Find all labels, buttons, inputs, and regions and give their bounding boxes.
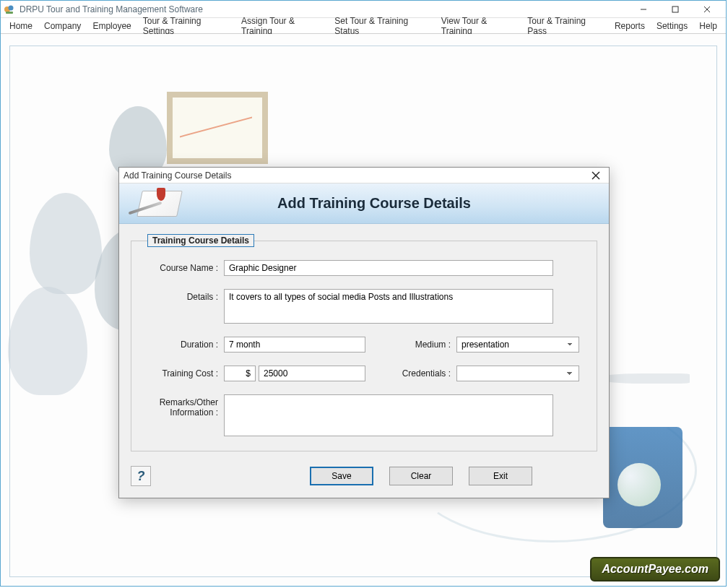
dialog-heading: Add Training Course Details xyxy=(197,195,551,212)
dialog-body: Training Course Details Course Name : De… xyxy=(119,224,609,459)
details-label: Details : xyxy=(147,289,224,302)
dialog-header: Add Training Course Details xyxy=(119,183,609,224)
medium-label: Medium : xyxy=(391,337,456,350)
menu-reports[interactable]: Reports xyxy=(609,20,651,33)
details-textarea[interactable]: It covers to all types of social media P… xyxy=(224,289,553,324)
course-name-input[interactable] xyxy=(224,260,553,276)
notebook-icon xyxy=(125,186,197,221)
menu-home[interactable]: Home xyxy=(4,20,38,33)
svg-rect-2 xyxy=(6,12,13,14)
close-button[interactable] xyxy=(691,1,723,17)
dialog-footer: ? Save Clear Exit xyxy=(119,459,609,498)
watermark: AccountPayee.com xyxy=(590,557,720,581)
credentials-select[interactable] xyxy=(456,366,579,381)
exit-button[interactable]: Exit xyxy=(469,467,532,485)
duration-label: Duration : xyxy=(147,337,224,350)
svg-rect-4 xyxy=(672,7,678,12)
currency-input[interactable] xyxy=(224,366,256,381)
client-area: Add Training Course Details Add Training… xyxy=(1,34,726,586)
credentials-label: Credentials : xyxy=(391,366,456,379)
duration-input[interactable] xyxy=(224,337,365,353)
menu-company[interactable]: Company xyxy=(38,20,87,33)
remarks-textarea[interactable] xyxy=(224,394,553,436)
minimize-button[interactable] xyxy=(628,1,659,17)
svg-point-1 xyxy=(9,5,14,10)
training-course-details-group: Training Course Details Course Name : De… xyxy=(131,234,597,451)
dialog-close-button[interactable] xyxy=(587,169,604,182)
menu-help[interactable]: Help xyxy=(693,20,723,33)
dialog-title: Add Training Course Details xyxy=(124,170,231,181)
menubar: Home Company Employee Tour & Training Se… xyxy=(1,18,726,34)
remarks-label: Remarks/Other Information : xyxy=(147,394,224,418)
add-training-course-dialog: Add Training Course Details Add Training… xyxy=(118,167,610,498)
question-mark-icon: ? xyxy=(137,469,145,484)
app-icon xyxy=(4,4,15,15)
maximize-button[interactable] xyxy=(659,1,691,17)
menu-employee[interactable]: Employee xyxy=(87,20,136,33)
help-button[interactable]: ? xyxy=(131,466,151,486)
save-button[interactable]: Save xyxy=(310,467,373,485)
medium-select[interactable]: presentation xyxy=(456,337,579,353)
dialog-titlebar: Add Training Course Details xyxy=(119,168,609,183)
main-window: DRPU Tour and Training Management Softwa… xyxy=(0,0,727,587)
clear-button[interactable]: Clear xyxy=(389,467,453,485)
course-name-label: Course Name : xyxy=(147,260,224,273)
group-legend: Training Course Details xyxy=(147,234,254,247)
menu-settings[interactable]: Settings xyxy=(651,20,693,33)
training-cost-label: Training Cost : xyxy=(147,366,224,379)
cost-input[interactable] xyxy=(259,366,365,381)
app-title: DRPU Tour and Training Management Softwa… xyxy=(20,4,203,14)
window-controls xyxy=(628,1,723,17)
